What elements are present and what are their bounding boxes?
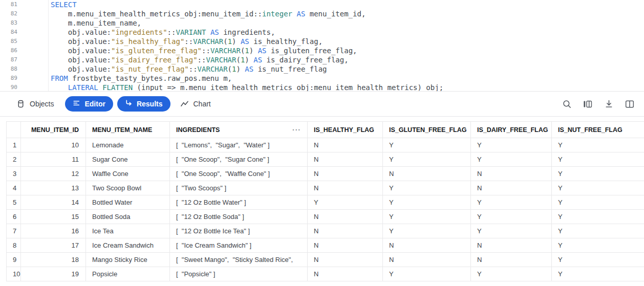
cell-menu_item_id[interactable]: 16	[21, 224, 86, 238]
cell-menu_item_name[interactable]: Sugar Cone	[86, 152, 170, 167]
column-header-is_dairy_free_flag[interactable]: IS_DAIRY_FREE_FLAG	[471, 122, 552, 138]
cell-is_dairy_free_flag[interactable]: Y	[471, 195, 552, 210]
cell-menu_item_name[interactable]: Popsicle	[86, 267, 170, 281]
cell-menu_item_name[interactable]: Lemonade	[86, 138, 170, 152]
cell-menu_item_name[interactable]: Two Scoop Bowl	[86, 181, 170, 195]
cell-is_nut_free_flag[interactable]: Y	[552, 152, 644, 167]
cell-ingredients[interactable]: [ "Lemons", "Sugar", "Water" ]	[170, 138, 308, 152]
cell-is_healthy_flag[interactable]: N	[308, 238, 383, 253]
column-header-is_gluten_free_flag[interactable]: IS_GLUTEN_FREE_FLAG	[383, 122, 471, 138]
cell-menu_item_id[interactable]: 13	[21, 181, 86, 195]
cell-row_num[interactable]: 5	[7, 195, 21, 210]
cell-is_nut_free_flag[interactable]: Y	[552, 253, 644, 267]
cell-row_num[interactable]: 9	[7, 253, 21, 267]
cell-is_gluten_free_flag[interactable]: Y	[383, 210, 471, 224]
column-header-menu_item_id[interactable]: MENU_ITEM_ID	[21, 122, 86, 138]
cell-row_num[interactable]: 7	[7, 224, 21, 238]
cell-row_num[interactable]: 6	[7, 210, 21, 224]
cell-is_nut_free_flag[interactable]: Y	[552, 167, 644, 181]
column-header-row_num[interactable]	[7, 122, 21, 138]
cell-is_dairy_free_flag[interactable]: Y	[471, 224, 552, 238]
cell-ingredients[interactable]: [ "Popsicle" ]	[170, 267, 308, 281]
cell-menu_item_id[interactable]: 10	[21, 138, 86, 152]
cell-row_num[interactable]: 2	[7, 152, 21, 167]
cell-ingredients[interactable]: [ "One Scoop", "Waffle Cone" ]	[170, 167, 308, 181]
cell-menu_item_id[interactable]: 11	[21, 152, 86, 167]
cell-menu_item_id[interactable]: 17	[21, 238, 86, 253]
cell-menu_item_name[interactable]: Bottled Water	[86, 195, 170, 210]
cell-menu_item_id[interactable]: 19	[21, 267, 86, 281]
cell-is_healthy_flag[interactable]: N	[308, 167, 383, 181]
column-header-menu_item_name[interactable]: MENU_ITEM_NAME	[86, 122, 170, 138]
objects-toggle[interactable]: Objects	[16, 99, 54, 108]
cell-is_gluten_free_flag[interactable]: N	[383, 167, 471, 181]
column-header-is_nut_free_flag[interactable]: IS_NUT_FREE_FLAG	[552, 122, 644, 138]
download-icon[interactable]	[604, 99, 614, 109]
cell-is_nut_free_flag[interactable]: Y	[552, 267, 644, 281]
cell-is_healthy_flag[interactable]: N	[308, 181, 383, 195]
cell-is_healthy_flag[interactable]: N	[308, 267, 383, 281]
cell-is_gluten_free_flag[interactable]: Y	[383, 152, 471, 167]
cell-is_healthy_flag[interactable]: N	[308, 138, 383, 152]
cell-is_dairy_free_flag[interactable]: N	[471, 181, 552, 195]
cell-is_gluten_free_flag[interactable]: Y	[383, 224, 471, 238]
chart-toggle[interactable]: Chart	[180, 100, 211, 108]
cell-menu_item_id[interactable]: 18	[21, 253, 86, 267]
cell-menu_item_name[interactable]: Ice Tea	[86, 224, 170, 238]
cell-row_num[interactable]: 4	[7, 181, 21, 195]
search-icon[interactable]	[562, 99, 572, 109]
cell-is_healthy_flag[interactable]: N	[308, 224, 383, 238]
cell-is_dairy_free_flag[interactable]: Y	[471, 138, 552, 152]
cell-menu_item_name[interactable]: Mango Sticky Rice	[86, 253, 170, 267]
code-line: SELECT	[51, 0, 644, 9]
cell-menu_item_name[interactable]: Bottled Soda	[86, 210, 170, 224]
cell-is_dairy_free_flag[interactable]: Y	[471, 152, 552, 167]
cell-ingredients[interactable]: [ "12 Oz Bottle Water" ]	[170, 195, 308, 210]
cell-row_num[interactable]: 8	[7, 238, 21, 253]
cell-is_nut_free_flag[interactable]: Y	[552, 195, 644, 210]
cell-is_healthy_flag[interactable]: N	[308, 152, 383, 167]
cell-row_num[interactable]: 10	[7, 267, 21, 281]
cell-is_healthy_flag[interactable]: N	[308, 210, 383, 224]
cell-is_gluten_free_flag[interactable]: Y	[383, 195, 471, 210]
cell-menu_item_id[interactable]: 12	[21, 167, 86, 181]
cell-is_nut_free_flag[interactable]: Y	[552, 210, 644, 224]
results-tab-button[interactable]: Results	[117, 96, 170, 112]
cell-is_dairy_free_flag[interactable]: Y	[471, 267, 552, 281]
column-menu-icon[interactable]: ···	[292, 126, 301, 134]
line-number: 87	[0, 55, 17, 64]
columns-icon[interactable]	[583, 99, 593, 109]
cell-row_num[interactable]: 1	[7, 138, 21, 152]
cell-is_nut_free_flag[interactable]: Y	[552, 224, 644, 238]
cell-is_gluten_free_flag[interactable]: Y	[383, 267, 471, 281]
cell-ingredients[interactable]: [ "Two Scoops" ]	[170, 181, 308, 195]
cell-ingredients[interactable]: [ "One Scoop", "Sugar Cone" ]	[170, 152, 308, 167]
cell-menu_item_name[interactable]: Ice Cream Sandwich	[86, 238, 170, 253]
cell-is_gluten_free_flag[interactable]: N	[383, 253, 471, 267]
cell-is_dairy_free_flag[interactable]: N	[471, 238, 552, 253]
cell-ingredients[interactable]: [ "Sweet Mango", "Sticky Salted Rice",	[170, 253, 308, 267]
cell-is_nut_free_flag[interactable]: Y	[552, 138, 644, 152]
cell-ingredients[interactable]: [ "12 Oz Bottle Ice Tea" ]	[170, 224, 308, 238]
cell-is_dairy_free_flag[interactable]: N	[471, 167, 552, 181]
editor-tab-button[interactable]: Editor	[65, 96, 113, 112]
cell-row_num[interactable]: 3	[7, 167, 21, 181]
cell-is_dairy_free_flag[interactable]: N	[471, 253, 552, 267]
split-panel-icon[interactable]	[625, 99, 635, 109]
column-header-is_healthy_flag[interactable]: IS_HEALTHY_FLAG	[308, 122, 383, 138]
cell-menu_item_name[interactable]: Waffle Cone	[86, 167, 170, 181]
cell-is_gluten_free_flag[interactable]: Y	[383, 138, 471, 152]
cell-is_dairy_free_flag[interactable]: Y	[471, 210, 552, 224]
cell-is_healthy_flag[interactable]: N	[308, 253, 383, 267]
cell-menu_item_id[interactable]: 14	[21, 195, 86, 210]
cell-is_gluten_free_flag[interactable]: N	[383, 238, 471, 253]
cell-is_nut_free_flag[interactable]: Y	[552, 238, 644, 253]
cell-is_healthy_flag[interactable]: Y	[308, 195, 383, 210]
sql-editor[interactable]: 81828384858687888990 SELECT m.menu_item_…	[0, 0, 644, 91]
cell-ingredients[interactable]: [ "Ice Cream Sandwich" ]	[170, 238, 308, 253]
column-header-ingredients[interactable]: INGREDIENTS···	[170, 122, 308, 138]
cell-is_gluten_free_flag[interactable]: Y	[383, 181, 471, 195]
cell-is_nut_free_flag[interactable]: Y	[552, 181, 644, 195]
cell-menu_item_id[interactable]: 15	[21, 210, 86, 224]
cell-ingredients[interactable]: [ "12 Oz Bottle Soda" ]	[170, 210, 308, 224]
